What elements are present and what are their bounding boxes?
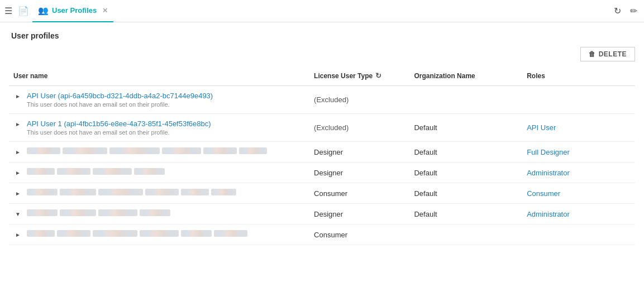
table-row: ►API User 1 (api-4fbc1b56-e8ee-4a73-85f1… <box>9 114 635 142</box>
table-body: ►API User (api-6a459bcb-d321-4ddb-a4a2-b… <box>9 86 635 245</box>
tab-label: User Profiles <box>52 6 97 15</box>
user-cell: ►API User 1 (api-4fbc1b56-e8ee-4a73-85f1… <box>9 114 309 142</box>
col-header-license: License User Type ↻ <box>309 66 326 85</box>
trash-icon: 🗑 <box>589 50 596 58</box>
expand-arrow[interactable]: ▼ <box>13 209 22 218</box>
blurred-username <box>27 189 236 195</box>
table-row: ▼DesignerDefaultAdministrator <box>9 204 635 224</box>
col-header-org: Organization Name <box>409 66 522 86</box>
page-title: User profiles <box>0 22 644 45</box>
blurred-username <box>27 209 170 216</box>
org-cell: Default <box>409 142 522 163</box>
license-cell: Consumer <box>309 183 409 204</box>
blurred-username <box>27 168 165 175</box>
org-cell: Default <box>409 163 522 183</box>
edit-icon[interactable]: ✏ <box>628 3 640 18</box>
roles-value: Administrator <box>527 169 570 177</box>
table-row: ►DesignerDefaultFull Designer <box>9 142 635 163</box>
username-text[interactable]: API User (api-6a459bcb-d321-4ddb-a4a2-bc… <box>27 92 213 100</box>
user-info: API User (api-6a459bcb-d321-4ddb-a4a2-bc… <box>27 92 213 108</box>
roles-cell: Administrator <box>522 163 635 183</box>
license-cell: Designer <box>309 204 409 224</box>
roles-cell <box>522 86 635 114</box>
license-value: Consumer <box>314 231 347 239</box>
license-value: Designer <box>314 169 343 177</box>
blurred-username <box>27 230 247 237</box>
license-cell: Designer <box>309 163 409 183</box>
org-value: Default <box>414 148 437 156</box>
org-cell: Default <box>409 204 522 224</box>
table-row: ►DesignerDefaultAdministrator <box>9 163 635 183</box>
expand-arrow[interactable]: ► <box>13 92 22 101</box>
table-header: User name License User Type ↻ Organizati… <box>9 66 635 86</box>
refresh-icon[interactable]: ↻ <box>612 3 623 18</box>
user-profiles-tab[interactable]: 👥 User Profiles ✕ <box>32 0 113 22</box>
username-text[interactable]: API User 1 (api-4fbc1b56-e8ee-4a73-85f1-… <box>27 120 211 128</box>
org-value: Default <box>414 123 437 132</box>
table-container: User name License User Type ↻ Organizati… <box>0 66 644 245</box>
roles-value: Consumer <box>527 189 560 198</box>
org-value: Default <box>414 169 437 177</box>
users-icon: 👥 <box>38 6 49 16</box>
table-row: ►ConsumerDefaultConsumer <box>9 183 635 204</box>
expand-arrow[interactable]: ► <box>13 230 22 239</box>
roles-value: API User <box>527 123 556 132</box>
org-cell <box>409 224 522 245</box>
user-sub-text: This user does not have an email set on … <box>27 101 213 108</box>
roles-value: Administrator <box>527 210 570 218</box>
license-value: (Excluded) <box>314 95 349 104</box>
expand-arrow[interactable]: ► <box>13 189 22 198</box>
tab-close-icon[interactable]: ✕ <box>102 7 108 15</box>
roles-value: Full Designer <box>527 148 570 156</box>
license-cell: (Excluded) <box>309 114 409 142</box>
org-value: Default <box>414 210 437 218</box>
hamburger-icon[interactable]: ☰ <box>4 6 12 16</box>
license-value: Designer <box>314 148 343 156</box>
blurred-username <box>27 147 267 154</box>
license-value: Designer <box>314 210 343 218</box>
roles-cell: Administrator <box>522 204 635 224</box>
table-row: ►API User (api-6a459bcb-d321-4ddb-a4a2-b… <box>9 86 635 114</box>
license-cell: (Excluded) <box>309 86 409 114</box>
user-cell: ▼ <box>9 204 309 224</box>
org-cell <box>409 86 522 114</box>
user-info: API User 1 (api-4fbc1b56-e8ee-4a73-85f1-… <box>27 120 211 136</box>
user-cell: ► <box>9 183 309 204</box>
license-cell: Consumer <box>309 224 409 245</box>
expand-arrow[interactable]: ► <box>13 168 22 177</box>
org-cell: Default <box>409 114 522 142</box>
roles-cell: API User <box>522 114 635 142</box>
org-value: Default <box>414 189 437 198</box>
col-header-roles: Roles <box>522 66 635 86</box>
topbar: ☰ 📄 👥 User Profiles ✕ ↻ ✏ <box>0 0 644 22</box>
roles-cell: Consumer <box>522 183 635 204</box>
user-cell: ► <box>9 142 309 163</box>
expand-arrow[interactable]: ► <box>13 120 22 128</box>
user-cell: ►API User (api-6a459bcb-d321-4ddb-a4a2-b… <box>9 86 309 114</box>
delete-label: DELETE <box>599 50 627 58</box>
license-cell: Designer <box>309 142 409 163</box>
user-sub-text: This user does not have an email set on … <box>27 129 211 136</box>
col-header-username: User name <box>9 66 309 86</box>
topbar-left: ☰ 📄 👥 User Profiles ✕ <box>4 0 113 22</box>
topbar-right: ↻ ✏ <box>612 3 640 18</box>
delete-button[interactable]: 🗑 DELETE <box>580 47 635 61</box>
table-row: ►Consumer <box>9 224 635 245</box>
user-cell: ► <box>9 224 309 245</box>
user-profiles-table: User name License User Type ↻ Organizati… <box>9 66 635 245</box>
roles-cell <box>522 224 635 245</box>
user-cell: ► <box>9 163 309 183</box>
toolbar: 🗑 DELETE <box>0 45 644 66</box>
license-value: Consumer <box>314 189 347 198</box>
expand-arrow[interactable]: ► <box>13 147 22 156</box>
roles-cell: Full Designer <box>522 142 635 163</box>
main-content: User profiles 🗑 DELETE User name License… <box>0 22 644 301</box>
org-cell: Default <box>409 183 522 204</box>
license-value: (Excluded) <box>314 123 349 132</box>
document-icon[interactable]: 📄 <box>18 6 29 16</box>
license-refresh-icon[interactable]: ↻ <box>375 71 381 80</box>
